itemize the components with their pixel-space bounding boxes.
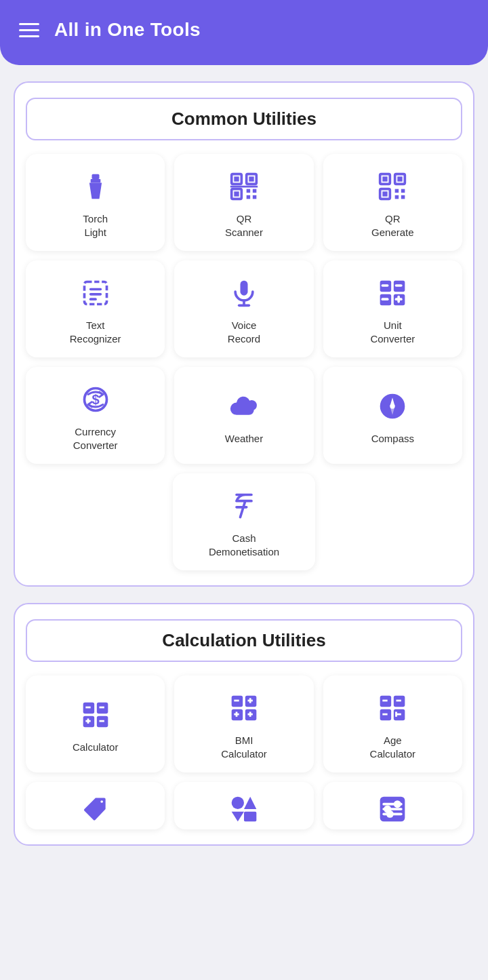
tool-unit-converter[interactable]: UnitConverter [323,260,462,357]
tool-torch[interactable]: TorchLight [26,154,165,251]
menu-button[interactable] [19,23,39,37]
svg-rect-16 [398,176,403,181]
tool-weather[interactable]: Weather [174,367,313,464]
svg-rect-21 [395,195,399,199]
calculator-label: Calculator [73,741,119,754]
text-recognizer-icon [78,275,113,311]
weather-icon [226,389,262,424]
svg-point-75 [232,797,244,809]
calculation-utilities-title: Calculation Utilities [162,630,325,650]
svg-rect-11 [253,195,257,199]
qr-scanner-label: QRScanner [225,212,263,239]
svg-rect-10 [247,195,251,199]
weather-label: Weather [225,432,263,446]
cash-demonetisation-label: CashDemonetisation [209,532,279,558]
torch-label: TorchLight [83,212,108,239]
svg-point-44 [390,404,395,408]
common-utilities-section: Common Utilities TorchLight [14,81,474,587]
qr-scanner-icon [226,169,262,204]
compass-label: Compass [371,432,414,446]
tool-compass[interactable]: Compass [323,367,462,464]
calculator-icon [78,697,113,732]
qr-generate-icon [375,169,410,204]
tool-tag-partial[interactable] [26,782,165,829]
tool-bmi-calculator[interactable]: BMICalculator [174,675,313,772]
svg-rect-24 [89,288,101,291]
common-utilities-title: Common Utilities [171,109,317,129]
voice-record-icon [226,275,262,311]
compass-icon [375,389,410,424]
app-header: All in One Tools [0,0,488,65]
svg-text:$: $ [92,392,99,407]
age-calculator-label: AgeCalculator [370,734,416,760]
currency-converter-icon: $ [78,382,113,417]
common-utilities-grid: TorchLight QRScanner [26,154,462,464]
tool-qr-scanner[interactable]: QRScanner [174,154,313,251]
voice-record-label: VoiceRecord [228,319,260,345]
age-calculator-icon [375,690,410,726]
svg-rect-7 [234,191,239,196]
svg-rect-14 [383,176,388,181]
tool-text-recognizer[interactable]: TextRecognizer [26,260,165,357]
svg-rect-77 [244,812,256,822]
svg-rect-84 [383,813,403,816]
svg-rect-82 [383,803,403,806]
partial-icons-row [26,782,462,829]
svg-rect-27 [240,281,247,296]
text-recognizer-label: TextRecognizer [70,319,121,345]
rupee-icon [226,488,262,524]
tool-filter-partial[interactable] [323,782,462,829]
svg-rect-19 [395,189,399,193]
app-title: All in One Tools [54,19,201,41]
bmi-calculator-icon [226,690,262,726]
calculation-utilities-grid: Calculator BMICalculator [26,675,462,772]
calculation-utilities-title-box: Calculation Utilities [26,619,462,662]
tool-cash-demonetisation[interactable]: CashDemonetisation [173,473,315,570]
svg-rect-22 [401,195,405,199]
common-utilities-extra: CashDemonetisation [26,473,462,570]
bmi-calculator-label: BMICalculator [221,734,267,760]
qr-generate-label: QRGenerate [371,212,414,239]
svg-rect-26 [89,298,96,300]
svg-rect-5 [249,176,253,181]
unit-converter-label: UnitConverter [370,319,415,345]
svg-marker-76 [244,797,256,809]
tool-qr-generate[interactable]: QRGenerate [323,154,462,251]
calculation-utilities-section: Calculation Utilities Calculator [14,603,474,846]
torch-icon [78,169,113,204]
tool-calculator[interactable]: Calculator [26,675,165,772]
svg-rect-3 [234,176,239,181]
svg-rect-8 [247,189,251,193]
currency-converter-label: CurrencyConverter [73,425,118,452]
tool-shapes-partial[interactable] [174,782,313,829]
svg-rect-18 [383,191,388,196]
tool-currency-converter[interactable]: $ CurrencyConverter [26,367,165,464]
tool-voice-record[interactable]: VoiceRecord [174,260,313,357]
svg-rect-0 [92,174,99,179]
svg-rect-80 [383,808,403,810]
tool-age-calculator[interactable]: AgeCalculator [323,675,462,772]
common-utilities-title-box: Common Utilities [26,98,462,140]
svg-rect-25 [89,293,101,296]
svg-rect-1 [90,179,100,183]
svg-rect-9 [253,189,257,193]
unit-converter-icon [375,275,410,311]
svg-rect-20 [401,189,405,193]
